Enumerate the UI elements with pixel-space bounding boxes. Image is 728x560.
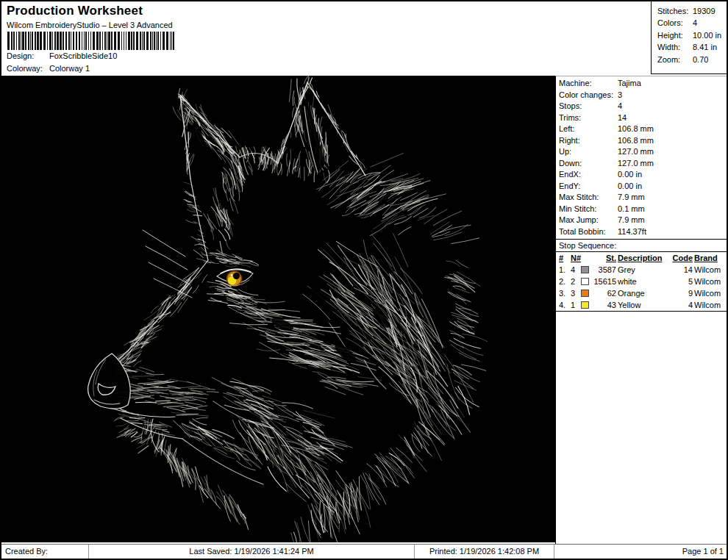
thread-swatch bbox=[581, 278, 589, 285]
stop-sequence-header: # N# St. Description Code Brand bbox=[556, 252, 727, 264]
machine-info-row: EndX:0.00 in bbox=[556, 169, 727, 181]
colorway-value: Colorway 1 bbox=[49, 64, 90, 73]
colorway-row: Colorway:Colorway 1 bbox=[7, 64, 90, 73]
summary-value: 4 bbox=[693, 17, 697, 29]
footer-printed: Printed: 1/19/2026 1:42:08 PM bbox=[414, 545, 554, 559]
stop-sequence-row: 1.4 3587Grey 14Wilcom bbox=[556, 264, 727, 276]
design-value: FoxScribbleSide10 bbox=[49, 51, 117, 60]
stop-sequence-title: Stop Sequence: bbox=[556, 240, 727, 252]
machine-info-panel: Machine:Tajima Color changes:3 Stops:4 T… bbox=[555, 76, 727, 544]
summary-label: Height: bbox=[657, 29, 693, 41]
summary-label: Zoom: bbox=[657, 54, 693, 65]
machine-info-row: Total Bobbin:114.37ft bbox=[556, 226, 727, 238]
machine-info-row: Machine:Tajima bbox=[556, 78, 727, 90]
divider bbox=[556, 311, 727, 312]
design-summary-box: Stitches:19309 Colors:4 Height:10.00 in … bbox=[651, 1, 727, 74]
page-title: Production Worksheet bbox=[7, 4, 143, 18]
machine-info-row: Right:106.8 mm bbox=[556, 135, 727, 147]
thread-swatch bbox=[581, 290, 589, 297]
production-worksheet-page: Production Worksheet Wilcom EmbroiderySt… bbox=[0, 0, 728, 560]
machine-info-row: Color changes:3 bbox=[556, 90, 727, 101]
machine-info-row: Down:127.0 mm bbox=[556, 158, 727, 170]
summary-row: Height:10.00 in bbox=[657, 29, 727, 41]
footer-last-saved: Last Saved: 1/19/2026 1:41:24 PM bbox=[88, 545, 414, 559]
summary-row: Width:8.41 in bbox=[657, 41, 727, 53]
summary-value: 0.70 bbox=[693, 54, 708, 65]
machine-info-row: Max Stitch:7.9 mm bbox=[556, 192, 727, 204]
footer-created-by: Created By: bbox=[1, 545, 88, 559]
machine-info-row: Max Jump:7.9 mm bbox=[556, 215, 727, 226]
machine-info-row: Min Stitch:0.1 mm bbox=[556, 204, 727, 215]
design-label: Design: bbox=[7, 51, 49, 60]
wolf-design-preview bbox=[1, 76, 555, 542]
machine-info-row: Up:127.0 mm bbox=[556, 146, 727, 158]
summary-row: Stitches:19309 bbox=[657, 5, 727, 17]
summary-value: 10.00 in bbox=[693, 29, 721, 41]
barcode bbox=[7, 32, 179, 51]
thread-swatch bbox=[581, 301, 589, 309]
app-subtitle: Wilcom EmbroideryStudio – Level 3 Advanc… bbox=[7, 21, 173, 29]
stop-sequence-row: 3.3 62Orange 9Wilcom bbox=[556, 287, 727, 299]
summary-label: Colors: bbox=[657, 17, 693, 29]
machine-info-row: Left:106.8 mm bbox=[556, 123, 727, 135]
summary-label: Width: bbox=[657, 41, 693, 53]
stop-sequence-row: 4.1 43Yellow 4Wilcom bbox=[556, 299, 727, 311]
footer-page-number: Page 1 of 1 bbox=[554, 545, 727, 559]
machine-info-row: Stops:4 bbox=[556, 101, 727, 112]
summary-value: 8.41 in bbox=[693, 41, 717, 53]
colorway-label: Colorway: bbox=[7, 64, 49, 73]
machine-info-row: EndY:0.00 in bbox=[556, 181, 727, 193]
thread-swatch bbox=[581, 266, 589, 273]
summary-label: Stitches: bbox=[657, 5, 693, 17]
design-canvas bbox=[1, 76, 555, 542]
design-name-row: Design:FoxScribbleSide10 bbox=[7, 51, 117, 60]
footer-bar: Created By: Last Saved: 1/19/2026 1:41:2… bbox=[1, 544, 727, 559]
machine-info-row: Trims:14 bbox=[556, 112, 727, 124]
summary-row: Zoom:0.70 bbox=[657, 54, 727, 65]
stop-sequence-row: 2.2 15615white 5Wilcom bbox=[556, 276, 727, 287]
summary-value: 19309 bbox=[693, 5, 715, 17]
summary-row: Colors:4 bbox=[657, 17, 727, 29]
